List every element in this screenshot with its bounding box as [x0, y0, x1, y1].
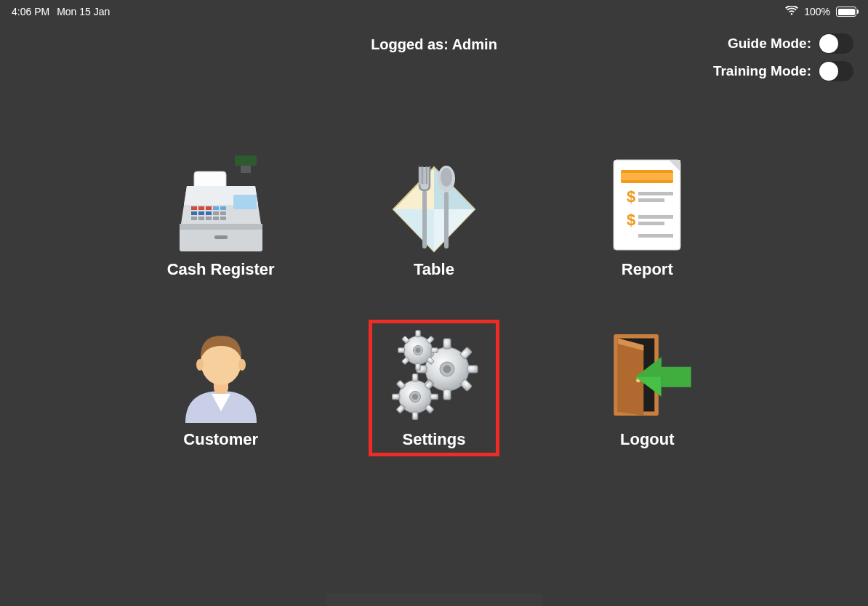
svg-rect-41 — [638, 215, 673, 219]
menu-label: Settings — [403, 430, 466, 449]
svg-rect-27 — [419, 167, 421, 185]
menu-item-customer[interactable]: Customer — [156, 320, 286, 456]
svg-rect-52 — [467, 365, 478, 373]
svg-rect-11 — [213, 211, 219, 215]
svg-point-69 — [416, 348, 421, 353]
svg-rect-73 — [392, 394, 400, 400]
guide-mode-row: Guide Mode: — [713, 33, 853, 54]
menu-item-settings[interactable]: Settings — [369, 320, 499, 456]
guide-mode-toggle[interactable] — [819, 33, 853, 54]
svg-rect-28 — [422, 167, 425, 185]
customer-icon — [170, 324, 272, 426]
table-icon — [383, 154, 485, 256]
svg-rect-43 — [638, 234, 673, 238]
svg-rect-0 — [235, 155, 257, 166]
status-bar: 4:06 PM Mon 15 Jan 100% — [0, 0, 868, 20]
menu-item-logout[interactable]: Logout — [582, 320, 712, 456]
battery-percent: 100% — [804, 6, 830, 17]
svg-rect-49 — [443, 339, 451, 349]
svg-point-80 — [412, 394, 418, 400]
status-time: 4:06 PM — [12, 6, 49, 17]
logged-as: Logged as: Admin — [371, 36, 497, 53]
svg-rect-39 — [638, 198, 664, 202]
svg-text:$: $ — [627, 187, 635, 206]
svg-rect-3 — [191, 206, 197, 210]
menu-label: Table — [414, 260, 454, 279]
svg-rect-16 — [213, 217, 219, 220]
menu-item-table[interactable]: Table — [369, 150, 499, 286]
svg-rect-20 — [180, 224, 262, 230]
svg-rect-6 — [213, 206, 219, 210]
bottom-bar — [325, 593, 543, 606]
svg-rect-9 — [198, 211, 204, 215]
svg-rect-18 — [233, 195, 257, 209]
svg-rect-26 — [422, 190, 427, 249]
svg-rect-4 — [198, 206, 204, 210]
svg-point-47 — [238, 359, 246, 371]
svg-rect-8 — [191, 211, 197, 215]
svg-point-58 — [443, 365, 451, 373]
svg-rect-15 — [206, 217, 212, 220]
svg-rect-74 — [430, 394, 438, 400]
svg-point-46 — [196, 359, 204, 371]
training-mode-row: Training Mode: — [713, 61, 853, 81]
wifi-icon — [785, 6, 798, 17]
svg-rect-17 — [220, 217, 226, 220]
settings-icon — [383, 324, 485, 426]
menu-label: Logout — [620, 430, 675, 449]
svg-rect-36 — [621, 173, 673, 180]
battery-icon — [836, 7, 856, 17]
menu-grid: Cash Register — [136, 150, 732, 456]
status-date: Mon 15 Jan — [57, 6, 110, 17]
svg-rect-72 — [412, 412, 418, 420]
training-mode-toggle[interactable] — [819, 61, 853, 81]
svg-rect-61 — [416, 363, 421, 370]
svg-rect-30 — [444, 192, 449, 249]
svg-rect-5 — [206, 206, 212, 210]
svg-rect-38 — [638, 192, 673, 195]
guide-mode-label: Guide Mode: — [728, 36, 811, 52]
menu-label: Customer — [183, 430, 258, 449]
menu-item-cash-register[interactable]: Cash Register — [156, 150, 286, 286]
svg-rect-12 — [220, 211, 226, 215]
svg-rect-29 — [427, 167, 429, 185]
svg-rect-62 — [398, 348, 405, 353]
svg-rect-14 — [198, 217, 204, 220]
svg-rect-1 — [241, 166, 251, 173]
logged-as-user: Admin — [452, 36, 497, 52]
svg-rect-86 — [662, 367, 691, 387]
logout-icon — [596, 324, 698, 426]
header-row: Logged as: Admin Guide Mode: Training Mo… — [0, 33, 868, 84]
svg-point-32 — [441, 168, 452, 187]
cash-register-icon — [170, 154, 272, 256]
svg-rect-10 — [206, 211, 212, 215]
svg-rect-21 — [214, 235, 228, 239]
report-icon: $ $ — [596, 154, 698, 256]
svg-rect-42 — [638, 222, 664, 225]
svg-rect-13 — [191, 217, 197, 220]
menu-label: Report — [622, 260, 673, 279]
menu-item-report[interactable]: $ $ Report — [582, 150, 712, 286]
svg-rect-50 — [443, 389, 451, 400]
logged-as-label: Logged as: — [371, 36, 449, 52]
svg-rect-60 — [416, 331, 421, 337]
menu-label: Cash Register — [167, 260, 275, 279]
svg-rect-71 — [412, 374, 418, 382]
svg-rect-63 — [431, 348, 438, 353]
svg-rect-7 — [220, 206, 226, 210]
training-mode-label: Training Mode: — [713, 63, 811, 79]
svg-text:$: $ — [627, 211, 635, 229]
